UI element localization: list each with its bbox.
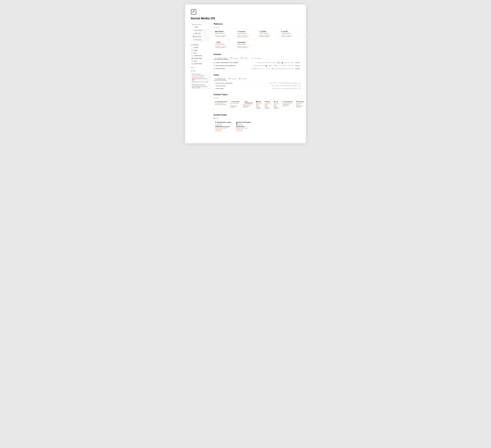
topic-card-fitness[interactable]: ❤Fitness Unfinished Tasks: 0 Total Creat… <box>264 100 272 110</box>
instagram-content-icon: 📷 <box>265 65 267 66</box>
task-row: Create script for a tutorial video July … <box>214 82 300 84</box>
progress-fill-instagram <box>236 127 245 127</box>
platform-card-instagram[interactable]: 📷 Instagram 30,000 Followers Content In … <box>214 29 235 39</box>
topic-card-entertainment[interactable]: 🎭Entertainment Unfinished Tasks: 0 Total… <box>281 100 294 110</box>
content-title: Content <box>214 53 300 56</box>
newsletter-icon: ✉ <box>237 41 238 43</box>
goals-title: Growth Goals <box>214 114 300 116</box>
tab-unfinished-tasks[interactable]: ✕ Unfinished Tasks <box>214 78 227 80</box>
task-row: Create description July 13, 2024 🗒 How t… <box>214 84 300 87</box>
tab-tasks-this-week[interactable]: 📅 This Week <box>227 78 237 80</box>
instagram-icon: 📷 <box>215 30 217 32</box>
sidebar-item-content-ideas[interactable]: ✏️Content Ideas <box>191 54 211 57</box>
task-checkbox[interactable] <box>214 85 215 87</box>
sidebar-item-platforms[interactable]: ⊞Platforms <box>191 44 211 46</box>
goal-card-instagram[interactable]: 📷 Reach 50k followers 📷 Instagram Progre… <box>234 120 253 133</box>
tab-content-ideas[interactable]: ✏️ Content Ideas <box>250 57 263 60</box>
tab-content-in-progress[interactable]: ⏱ Content In Progress <box>214 57 229 60</box>
content-row: 🗒 How to become more productive? Complet… <box>214 64 300 67</box>
youtube-icon: ▶ <box>281 30 282 32</box>
progress-fill-newsletter <box>215 127 230 127</box>
page-title: Social Media OS <box>191 17 300 20</box>
task-checkbox[interactable] <box>214 82 215 84</box>
progress-bar-instagram <box>236 127 251 127</box>
page-container: Social Media OS 🖥 Quick Action ← Home + … <box>185 4 306 143</box>
sidebar-item-tasks[interactable]: ✓Tasks <box>191 52 211 54</box>
new-goal-button[interactable]: 🎯 New Goal <box>192 35 210 38</box>
platform-card-twitter[interactable]: ✕ X/Twitter 15,000 Followers Content In … <box>257 29 278 39</box>
board-label: Board <box>191 67 211 68</box>
instagram-goal-icon: 📷 <box>236 122 238 123</box>
task-row: Create images July 12, 2024 🗒 How to bec… <box>214 87 300 90</box>
tiktok-icon: ♪ <box>215 41 216 43</box>
topic-grid: 🏢Entrepreneurship Unfinished Tasks: 0 To… <box>214 100 300 110</box>
content-tabs: ⏱ Content In Progress 📅 This Week 📅 This… <box>214 57 300 60</box>
tab-this-week[interactable]: 📅 This Week <box>229 57 239 60</box>
stats-content-creation[interactable]: Content in Creation: 3 <box>192 77 210 78</box>
tasks-tabs: ✕ Unfinished Tasks 📅 This Week 📅 This Mo… <box>214 78 300 80</box>
platform-card-tiktok[interactable]: ♪ TikTok 50,000 Followers Content In Cre… <box>214 40 235 50</box>
sidebar: 🖥 Quick Action ← Home + New Content ✓ Ne… <box>191 23 211 136</box>
stats-created-year: Created Content This Year 🏆: 1 <box>192 81 210 84</box>
goals-section: Growth Goals 🎯 Goals ✉ 10k Newsletter re… <box>214 114 300 133</box>
newsletter-goal-icon: ✉ <box>215 122 216 123</box>
tab-tasks-this-month[interactable]: 📅 This Month <box>237 78 248 80</box>
content-row: 🗒 Create a tutorial video for the softwa… <box>214 61 300 64</box>
task-checkbox[interactable] <box>214 88 215 89</box>
platforms-title: Platforms <box>214 23 300 25</box>
stats-created-month: Created Content This Month 📅: 1 <box>192 78 210 81</box>
quick-action-box: 🖥 Quick Action ← Home + New Content ✓ Ne… <box>191 23 211 43</box>
sidebar-home[interactable]: ← Home <box>192 26 210 28</box>
topics-title: Content Topics <box>214 93 300 96</box>
topic-card-work[interactable]: 💼Work Unfinished Tasks: 1 Total Created … <box>255 100 262 110</box>
scrollbar[interactable] <box>304 34 304 38</box>
twitter-content-icon: ✕ <box>264 68 265 69</box>
sidebar-item-tools[interactable]: 🔧Tools <box>191 60 211 62</box>
task-done-checkbox[interactable] <box>299 82 300 84</box>
topic-card-entrepreneurship[interactable]: 🏢Entrepreneurship Unfinished Tasks: 0 To… <box>214 100 228 110</box>
topic-card-self-development[interactable]: ⭐Self Development Unfinished Tasks: 0 To… <box>242 100 254 110</box>
new-task-button[interactable]: ✓ New Task <box>192 32 210 35</box>
progress-bar-newsletter <box>215 127 232 127</box>
stats-total-created: Total Created Content: 1 <box>192 84 210 86</box>
goal-card-newsletter[interactable]: ✉ 10k Newsletter readers ✉ Newsletter Pr… <box>214 120 233 133</box>
content-section: Content ⏱ Content In Progress 📅 This Wee… <box>214 53 300 70</box>
new-topic-button[interactable]: 📝 New Topic <box>192 39 210 41</box>
tasks-title: Tasks <box>214 74 300 76</box>
topics-subtitle: 📋 Topics <box>214 97 300 98</box>
platforms-subtitle: ⊞ Platform <box>214 27 300 28</box>
goals-subtitle: 🎯 Goals <box>214 117 300 119</box>
sidebar-item-topics[interactable]: 📋Topics <box>191 49 211 51</box>
main-content: Platforms ⊞ Platform 📷 Instagram 30,000 … <box>214 23 300 136</box>
topics-section: Content Topics 📋 Topics 🏢Entrepreneurshi… <box>214 93 300 110</box>
platform-card-newsletter[interactable]: ✉ Newsletter 9,000 Followers Content In … <box>236 40 256 50</box>
youtube-content-icon: ▶ <box>270 62 271 63</box>
topic-card-productivity[interactable]: 📋Productivity Unfinished Tasks: 2 Total … <box>229 100 241 110</box>
sidebar-item-kanban[interactable]: 📊Kanban Board <box>191 62 211 65</box>
new-content-button[interactable]: + New Content <box>192 29 210 32</box>
task-done-checkbox[interactable] <box>299 88 300 89</box>
sidebar-item-growth-goals[interactable]: 🎯Growth Goals <box>191 57 211 59</box>
platform-card-youtube[interactable]: ▶ Youtube 17,000 Followers Content In Cr… <box>280 29 301 39</box>
sidebar-item-content[interactable]: 📄Content <box>191 46 211 49</box>
goal-grid: ✉ 10k Newsletter readers ✉ Newsletter Pr… <box>214 120 300 133</box>
tab-this-month[interactable]: 📅 This Month <box>239 57 250 60</box>
facebook-icon: ⓕ <box>237 30 239 32</box>
topic-card-life[interactable]: 👤Life Unfinished Tasks: 0 Total Created … <box>273 100 280 110</box>
stats-total-followers: Total Followers on All Social Media: 146… <box>192 86 210 88</box>
platforms-section: Platforms ⊞ Platform 📷 Instagram 30,000 … <box>214 23 300 50</box>
task-done-checkbox[interactable] <box>299 85 300 87</box>
twitter-icon: ✕ <box>259 30 260 32</box>
stats-date: July 11, 2024 7:50 PM <box>192 75 210 77</box>
svg-rect-0 <box>191 10 196 14</box>
topic-card-education[interactable]: 📚Education Unfinished Tasks: 0 Total Cre… <box>295 100 305 110</box>
content-row: 🗒 Product Launch Complete within 7 days … <box>214 67 300 70</box>
tasks-section: Tasks ✕ Unfinished Tasks 📅 This Week 📅 T… <box>214 74 300 90</box>
stats-label: 📊Stats <box>191 70 211 72</box>
app-icon <box>191 9 197 15</box>
platform-grid: 📷 Instagram 30,000 Followers Content In … <box>214 29 300 50</box>
stats-box: Good Evening 🌙 July 11, 2024 7:50 PM Con… <box>191 72 211 90</box>
greeting: Good Evening 🌙 <box>192 73 210 75</box>
platform-card-facebook[interactable]: ⓕ Facebook 25,000 Followers Content In C… <box>236 29 256 39</box>
quick-action-title: 🖥 Quick Action <box>192 24 210 25</box>
